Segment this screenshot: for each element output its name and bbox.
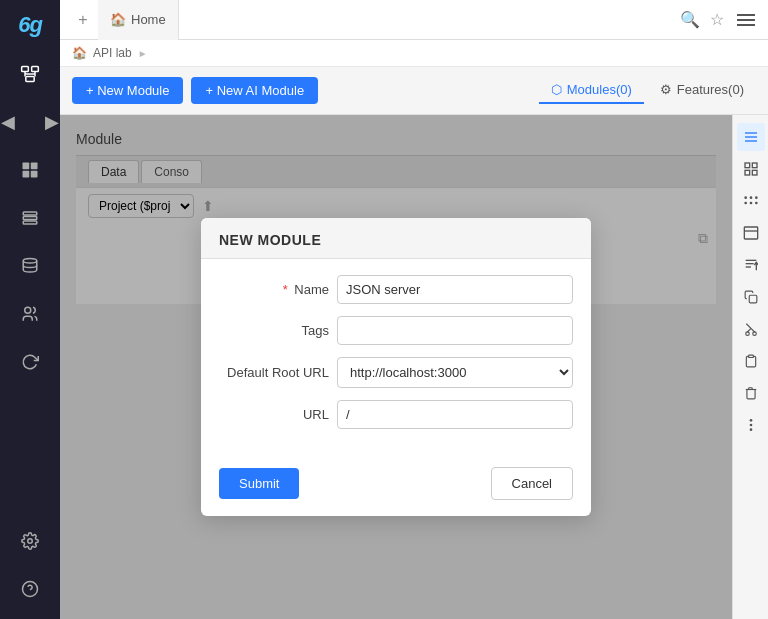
modal-header: NEW MODULE	[201, 218, 591, 259]
content-area: Module Data Conso Project ($proj ⬆ ⧉	[60, 115, 768, 619]
svg-rect-11	[23, 217, 37, 220]
rp-list-icon[interactable]	[737, 123, 765, 151]
breadcrumb-home-icon: 🏠	[72, 46, 87, 60]
svg-point-30	[755, 202, 758, 205]
features-icon: ⚙	[660, 82, 672, 97]
svg-point-27	[755, 196, 758, 199]
home-icon: 🏠	[110, 12, 126, 27]
svg-rect-2	[26, 77, 34, 82]
new-module-label: + New Module	[86, 83, 169, 98]
svg-rect-7	[31, 163, 38, 170]
modules-icon: ⬡	[551, 82, 562, 97]
svg-rect-0	[22, 67, 29, 72]
svg-point-26	[749, 196, 752, 199]
tab-features[interactable]: ⚙ Features(0)	[648, 77, 756, 104]
tags-label: Tags	[219, 323, 329, 338]
sidebar-item-settings[interactable]	[8, 519, 52, 563]
rp-sort-icon[interactable]	[737, 251, 765, 279]
tab-home-label: Home	[131, 12, 166, 27]
rp-paste-icon[interactable]	[737, 347, 765, 375]
svg-point-28	[744, 202, 747, 205]
svg-point-45	[749, 428, 752, 431]
new-ai-module-label: + New AI Module	[205, 83, 304, 98]
nav-prev-button[interactable]: ◀	[0, 100, 30, 144]
sidebar: 6g ◀ ▶	[0, 0, 60, 619]
name-label: * Name	[219, 282, 329, 297]
main-content: + 🏠 Home 🔍 ☆ 🏠 API lab ► + New Module + …	[60, 0, 768, 619]
star-icon[interactable]: ☆	[710, 10, 724, 29]
breadcrumb-arrow-icon: ►	[138, 48, 148, 59]
rp-panel-icon[interactable]	[737, 219, 765, 247]
sidebar-item-refresh[interactable]	[8, 340, 52, 384]
cancel-button[interactable]: Cancel	[491, 467, 573, 500]
rp-cut-icon[interactable]	[737, 315, 765, 343]
topbar: + 🏠 Home 🔍 ☆	[60, 0, 768, 40]
new-ai-module-button[interactable]: + New AI Module	[191, 77, 318, 104]
topbar-actions: 🔍 ☆	[680, 10, 724, 29]
svg-point-44	[749, 424, 752, 427]
svg-rect-10	[23, 212, 37, 215]
root-url-form-row: Default Root URL http://localhost:3000ht…	[219, 357, 573, 388]
svg-point-25	[744, 196, 747, 199]
hamburger-menu[interactable]	[732, 9, 760, 31]
svg-rect-1	[32, 67, 39, 72]
url-label: URL	[219, 407, 329, 422]
rp-copy-icon[interactable]	[737, 283, 765, 311]
svg-rect-21	[745, 163, 750, 168]
svg-rect-23	[745, 170, 750, 175]
svg-rect-6	[23, 163, 30, 170]
rp-more-icon[interactable]	[737, 411, 765, 439]
modules-tab-label: Modules(0)	[567, 82, 632, 97]
tab-add-button[interactable]: +	[68, 0, 98, 40]
search-icon[interactable]: 🔍	[680, 10, 700, 29]
right-panel	[732, 115, 768, 619]
new-module-button[interactable]: + New Module	[72, 77, 183, 104]
app-logo: 6g	[0, 0, 60, 50]
tab-home[interactable]: 🏠 Home	[98, 0, 179, 40]
submit-button[interactable]: Submit	[219, 468, 299, 499]
sidebar-item-database[interactable]	[8, 244, 52, 288]
svg-point-13	[23, 259, 37, 264]
svg-rect-8	[23, 171, 30, 178]
sidebar-item-help[interactable]	[8, 567, 52, 611]
svg-point-14	[25, 307, 31, 313]
svg-line-40	[747, 328, 751, 332]
plus-icon: +	[78, 11, 87, 29]
svg-rect-42	[748, 355, 753, 357]
svg-point-29	[749, 202, 752, 205]
breadcrumb: 🏠 API lab ►	[60, 40, 768, 67]
name-input[interactable]	[337, 275, 573, 304]
tags-input[interactable]	[337, 316, 573, 345]
sidebar-item-network[interactable]	[8, 52, 52, 96]
breadcrumb-item[interactable]: API lab	[93, 46, 132, 60]
svg-rect-24	[752, 170, 757, 175]
modal-overlay: NEW MODULE * Name	[60, 115, 732, 619]
root-url-select[interactable]: http://localhost:3000http://localhost:40…	[337, 357, 573, 388]
content-inner: Module Data Conso Project ($proj ⬆ ⧉	[60, 115, 732, 619]
tags-form-row: Tags	[219, 316, 573, 345]
modal-body: * Name Tags	[201, 259, 591, 457]
toolbar-tabs: ⬡ Modules(0) ⚙ Features(0)	[539, 77, 756, 104]
modal-title: NEW MODULE	[219, 232, 573, 248]
new-module-modal: NEW MODULE * Name	[201, 218, 591, 516]
svg-line-41	[751, 328, 755, 332]
rp-delete-icon[interactable]	[737, 379, 765, 407]
svg-point-43	[749, 419, 752, 422]
toolbar: + New Module + New AI Module ⬡ Modules(0…	[60, 67, 768, 115]
rp-grid-icon[interactable]	[737, 155, 765, 183]
url-form-row: URL	[219, 400, 573, 429]
name-required-indicator: *	[283, 282, 288, 297]
url-input[interactable]	[337, 400, 573, 429]
svg-rect-9	[31, 171, 38, 178]
modal-footer: Submit Cancel	[201, 457, 591, 516]
sidebar-item-apps[interactable]	[8, 148, 52, 192]
rp-dots-icon[interactable]	[737, 187, 765, 215]
svg-rect-31	[744, 227, 757, 239]
svg-rect-12	[23, 221, 37, 224]
tab-modules[interactable]: ⬡ Modules(0)	[539, 77, 644, 104]
features-tab-label: Features(0)	[677, 82, 744, 97]
sidebar-item-people[interactable]	[8, 292, 52, 336]
root-url-label: Default Root URL	[219, 365, 329, 380]
sidebar-item-list[interactable]	[8, 196, 52, 240]
svg-rect-37	[749, 295, 757, 303]
